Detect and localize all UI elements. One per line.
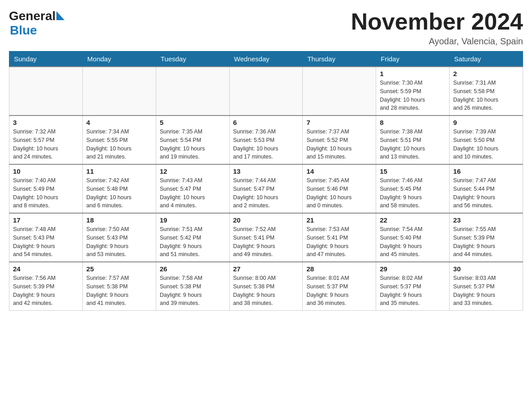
week-row-5: 24Sunrise: 7:56 AMSunset: 5:39 PMDayligh… bbox=[9, 262, 523, 311]
day-info: Sunrise: 7:35 AMSunset: 5:54 PMDaylight:… bbox=[160, 128, 226, 161]
day-info: Sunrise: 8:01 AMSunset: 5:37 PMDaylight:… bbox=[306, 274, 372, 308]
header-sunday: Sunday bbox=[9, 51, 83, 67]
day-info: Sunrise: 7:58 AMSunset: 5:38 PMDaylight:… bbox=[160, 274, 226, 308]
day-number: 11 bbox=[86, 167, 152, 175]
day-info: Sunrise: 7:53 AMSunset: 5:41 PMDaylight:… bbox=[306, 225, 372, 259]
page-header: General Blue November 2024 Ayodar, Valen… bbox=[9, 9, 523, 47]
day-number: 18 bbox=[86, 216, 152, 224]
day-info: Sunrise: 7:50 AMSunset: 5:43 PMDaylight:… bbox=[86, 225, 152, 259]
day-info: Sunrise: 7:42 AMSunset: 5:48 PMDaylight:… bbox=[86, 176, 152, 210]
day-number: 1 bbox=[380, 70, 446, 77]
header-monday: Monday bbox=[82, 51, 156, 67]
day-info: Sunrise: 7:45 AMSunset: 5:46 PMDaylight:… bbox=[306, 176, 372, 210]
calendar-cell: 16Sunrise: 7:47 AMSunset: 5:44 PMDayligh… bbox=[450, 164, 523, 213]
calendar-cell: 20Sunrise: 7:52 AMSunset: 5:41 PMDayligh… bbox=[229, 213, 303, 262]
day-number: 16 bbox=[453, 167, 519, 175]
day-number: 26 bbox=[160, 265, 226, 273]
day-info: Sunrise: 7:37 AMSunset: 5:52 PMDaylight:… bbox=[306, 128, 372, 161]
svg-marker-0 bbox=[56, 11, 64, 20]
calendar-cell: 26Sunrise: 7:58 AMSunset: 5:38 PMDayligh… bbox=[156, 262, 229, 311]
day-number: 2 bbox=[453, 70, 519, 77]
day-number: 24 bbox=[13, 265, 79, 273]
calendar-cell: 22Sunrise: 7:54 AMSunset: 5:40 PMDayligh… bbox=[376, 213, 450, 262]
logo: General Blue bbox=[9, 9, 64, 38]
week-row-4: 17Sunrise: 7:48 AMSunset: 5:43 PMDayligh… bbox=[9, 213, 523, 262]
calendar-cell: 29Sunrise: 8:02 AMSunset: 5:37 PMDayligh… bbox=[376, 262, 450, 311]
day-number: 21 bbox=[306, 216, 372, 224]
day-info: Sunrise: 7:46 AMSunset: 5:45 PMDaylight:… bbox=[380, 176, 446, 210]
day-info: Sunrise: 7:36 AMSunset: 5:53 PMDaylight:… bbox=[233, 128, 299, 161]
day-info: Sunrise: 7:43 AMSunset: 5:47 PMDaylight:… bbox=[160, 176, 226, 210]
day-info: Sunrise: 7:34 AMSunset: 5:55 PMDaylight:… bbox=[86, 128, 152, 161]
calendar-cell: 15Sunrise: 7:46 AMSunset: 5:45 PMDayligh… bbox=[376, 164, 450, 213]
calendar-cell bbox=[303, 67, 376, 116]
logo-arrow-icon bbox=[56, 11, 64, 22]
calendar-cell: 3Sunrise: 7:32 AMSunset: 5:57 PMDaylight… bbox=[9, 116, 83, 164]
header-friday: Friday bbox=[376, 51, 450, 67]
day-number: 3 bbox=[13, 119, 79, 126]
day-info: Sunrise: 7:32 AMSunset: 5:57 PMDaylight:… bbox=[13, 128, 79, 161]
calendar-cell: 27Sunrise: 8:00 AMSunset: 5:38 PMDayligh… bbox=[229, 262, 303, 311]
day-number: 4 bbox=[86, 119, 152, 126]
day-number: 29 bbox=[380, 265, 446, 273]
calendar-cell bbox=[82, 67, 156, 116]
calendar-table: Sunday Monday Tuesday Wednesday Thursday… bbox=[9, 51, 523, 311]
calendar-cell: 1Sunrise: 7:30 AMSunset: 5:59 PMDaylight… bbox=[376, 67, 450, 116]
day-number: 14 bbox=[306, 167, 372, 175]
day-info: Sunrise: 8:03 AMSunset: 5:37 PMDaylight:… bbox=[453, 274, 519, 308]
calendar-cell: 12Sunrise: 7:43 AMSunset: 5:47 PMDayligh… bbox=[156, 164, 229, 213]
day-number: 25 bbox=[86, 265, 152, 273]
calendar-cell: 19Sunrise: 7:51 AMSunset: 5:42 PMDayligh… bbox=[156, 213, 229, 262]
calendar-cell: 2Sunrise: 7:31 AMSunset: 5:58 PMDaylight… bbox=[450, 67, 523, 116]
header-wednesday: Wednesday bbox=[229, 51, 303, 67]
header-tuesday: Tuesday bbox=[156, 51, 229, 67]
day-number: 12 bbox=[160, 167, 226, 175]
calendar-cell: 7Sunrise: 7:37 AMSunset: 5:52 PMDaylight… bbox=[303, 116, 376, 164]
day-info: Sunrise: 7:31 AMSunset: 5:58 PMDaylight:… bbox=[453, 79, 519, 112]
day-info: Sunrise: 7:56 AMSunset: 5:39 PMDaylight:… bbox=[13, 274, 79, 308]
day-number: 10 bbox=[13, 167, 79, 175]
day-number: 7 bbox=[306, 119, 372, 126]
calendar-cell: 28Sunrise: 8:01 AMSunset: 5:37 PMDayligh… bbox=[303, 262, 376, 311]
day-info: Sunrise: 8:00 AMSunset: 5:38 PMDaylight:… bbox=[233, 274, 299, 308]
day-number: 22 bbox=[380, 216, 446, 224]
calendar-cell bbox=[229, 67, 303, 116]
calendar-cell: 6Sunrise: 7:36 AMSunset: 5:53 PMDaylight… bbox=[229, 116, 303, 164]
calendar-cell: 9Sunrise: 7:39 AMSunset: 5:50 PMDaylight… bbox=[450, 116, 523, 164]
calendar-title: November 2024 bbox=[351, 9, 523, 34]
day-number: 30 bbox=[453, 265, 519, 273]
calendar-cell: 21Sunrise: 7:53 AMSunset: 5:41 PMDayligh… bbox=[303, 213, 376, 262]
day-info: Sunrise: 7:38 AMSunset: 5:51 PMDaylight:… bbox=[380, 128, 446, 161]
week-row-2: 3Sunrise: 7:32 AMSunset: 5:57 PMDaylight… bbox=[9, 116, 523, 164]
day-number: 5 bbox=[160, 119, 226, 126]
day-number: 8 bbox=[380, 119, 446, 126]
day-info: Sunrise: 7:52 AMSunset: 5:41 PMDaylight:… bbox=[233, 225, 299, 259]
day-number: 19 bbox=[160, 216, 226, 224]
day-number: 6 bbox=[233, 119, 299, 126]
day-info: Sunrise: 7:57 AMSunset: 5:38 PMDaylight:… bbox=[86, 274, 152, 308]
week-row-1: 1Sunrise: 7:30 AMSunset: 5:59 PMDaylight… bbox=[9, 67, 523, 116]
day-number: 20 bbox=[233, 216, 299, 224]
day-info: Sunrise: 7:55 AMSunset: 5:39 PMDaylight:… bbox=[453, 225, 519, 259]
week-row-3: 10Sunrise: 7:40 AMSunset: 5:49 PMDayligh… bbox=[9, 164, 523, 213]
calendar-cell: 30Sunrise: 8:03 AMSunset: 5:37 PMDayligh… bbox=[450, 262, 523, 311]
day-info: Sunrise: 7:39 AMSunset: 5:50 PMDaylight:… bbox=[453, 128, 519, 161]
header-saturday: Saturday bbox=[450, 51, 523, 67]
calendar-cell: 11Sunrise: 7:42 AMSunset: 5:48 PMDayligh… bbox=[82, 164, 156, 213]
calendar-cell: 18Sunrise: 7:50 AMSunset: 5:43 PMDayligh… bbox=[82, 213, 156, 262]
calendar-cell: 23Sunrise: 7:55 AMSunset: 5:39 PMDayligh… bbox=[450, 213, 523, 262]
day-info: Sunrise: 7:47 AMSunset: 5:44 PMDaylight:… bbox=[453, 176, 519, 210]
day-number: 17 bbox=[13, 216, 79, 224]
logo-general-text: General bbox=[9, 9, 56, 23]
logo-blue-text: Blue bbox=[10, 23, 37, 37]
day-number: 13 bbox=[233, 167, 299, 175]
calendar-cell: 14Sunrise: 7:45 AMSunset: 5:46 PMDayligh… bbox=[303, 164, 376, 213]
day-info: Sunrise: 7:54 AMSunset: 5:40 PMDaylight:… bbox=[380, 225, 446, 259]
calendar-cell: 4Sunrise: 7:34 AMSunset: 5:55 PMDaylight… bbox=[82, 116, 156, 164]
weekday-header-row: Sunday Monday Tuesday Wednesday Thursday… bbox=[9, 51, 523, 67]
calendar-cell: 5Sunrise: 7:35 AMSunset: 5:54 PMDaylight… bbox=[156, 116, 229, 164]
calendar-subtitle: Ayodar, Valencia, Spain bbox=[351, 36, 523, 47]
calendar-cell bbox=[156, 67, 229, 116]
day-info: Sunrise: 7:48 AMSunset: 5:43 PMDaylight:… bbox=[13, 225, 79, 259]
calendar-cell: 10Sunrise: 7:40 AMSunset: 5:49 PMDayligh… bbox=[9, 164, 83, 213]
